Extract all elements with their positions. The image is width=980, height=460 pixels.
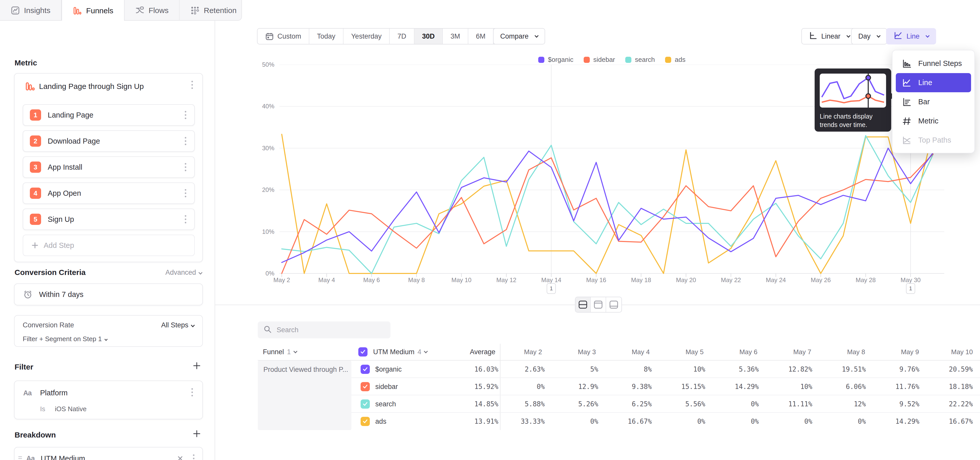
select-all-checkbox[interactable] bbox=[358, 347, 368, 356]
conversion-rate-steps-dropdown[interactable]: All Steps bbox=[161, 321, 194, 329]
average-value: 14.85% bbox=[461, 400, 498, 408]
cell-value: 14.29% bbox=[873, 418, 927, 425]
tab-insights[interactable]: Insights bbox=[0, 0, 62, 21]
range-custom[interactable]: Custom bbox=[258, 29, 309, 44]
interval-dropdown[interactable]: Day bbox=[851, 28, 887, 45]
table-search[interactable] bbox=[258, 321, 390, 339]
legend-item-search[interactable]: search bbox=[625, 56, 655, 64]
filter-value[interactable]: iOS Native bbox=[55, 405, 86, 413]
funnel-step-4[interactable]: 4App Open bbox=[23, 182, 195, 204]
range-label: Custom bbox=[277, 32, 301, 40]
series-checkbox[interactable] bbox=[361, 365, 370, 374]
add-filter-button[interactable] bbox=[192, 361, 201, 371]
range-label: Yesterday bbox=[351, 32, 382, 40]
series-checkbox[interactable] bbox=[361, 382, 370, 391]
filter-segment-dropdown[interactable]: Filter + Segment on Step 1 bbox=[23, 335, 107, 343]
funnel-menu-button[interactable] bbox=[187, 79, 197, 91]
breakdown-table: Funnel 1 UTM Medium 4 Average May 2May 3… bbox=[258, 344, 980, 431]
filter-card: Aa Platform Is iOS Native bbox=[14, 380, 203, 419]
advanced-dropdown[interactable]: Advanced bbox=[165, 268, 202, 276]
table-row-organic: $organic16.03%2.63%5%8%10%5.36%12.82%19.… bbox=[258, 361, 980, 378]
y-tick-label: 50% bbox=[251, 61, 274, 68]
layout-table-only-button[interactable] bbox=[606, 297, 621, 312]
chart-type-dropdown[interactable]: Line bbox=[886, 28, 936, 45]
x-tick-label: May 24 bbox=[760, 276, 791, 284]
step-menu-button[interactable] bbox=[180, 214, 191, 225]
range-30d[interactable]: 30D bbox=[414, 29, 443, 44]
legend-item-sidebar[interactable]: sidebar bbox=[584, 56, 615, 64]
conversion-rate-label: Conversion Rate bbox=[23, 321, 74, 329]
step-menu-button[interactable] bbox=[180, 109, 191, 121]
scale-dropdown[interactable]: Linear bbox=[801, 28, 857, 45]
breakdown-menu-button[interactable] bbox=[189, 453, 199, 460]
cell-value: 10% bbox=[659, 366, 713, 373]
funnel-step-2[interactable]: 2Download Page bbox=[23, 130, 195, 152]
menu-item-funnel-steps[interactable]: Funnel Steps bbox=[896, 54, 971, 73]
menu-item-line[interactable]: Line bbox=[896, 73, 971, 92]
breakdown-property[interactable]: UTM Medium bbox=[41, 454, 177, 460]
filter-operator[interactable]: Is bbox=[40, 405, 45, 413]
filter-menu-button[interactable] bbox=[187, 387, 197, 398]
cell-value: 8% bbox=[605, 366, 659, 373]
compare-button[interactable]: Compare bbox=[493, 28, 545, 45]
x-tick-label: May 16 bbox=[581, 276, 611, 284]
range-7d[interactable]: 7D bbox=[390, 29, 414, 44]
cell-value: 11.11% bbox=[766, 400, 819, 408]
cell-value: 16.67% bbox=[605, 418, 659, 425]
layout-chart-only-button[interactable] bbox=[591, 297, 606, 312]
filter-property[interactable]: Platform bbox=[40, 389, 68, 397]
add-breakdown-button[interactable] bbox=[192, 429, 201, 439]
legend-item-ads[interactable]: ads bbox=[665, 56, 686, 64]
cell-value: 0% bbox=[498, 383, 552, 390]
range-label: 30D bbox=[422, 32, 435, 40]
tab-retention[interactable]: Retention bbox=[180, 0, 247, 21]
menu-item-metric[interactable]: Metric bbox=[896, 112, 971, 131]
filter-heading: Filter bbox=[14, 363, 33, 371]
conversion-window-card[interactable]: Within 7 days bbox=[14, 283, 203, 305]
range-today[interactable]: Today bbox=[309, 29, 344, 44]
cell-value: 6.25% bbox=[605, 400, 659, 408]
series-checkbox[interactable] bbox=[361, 399, 370, 409]
add-step-label: Add Step bbox=[44, 241, 194, 250]
range-6m[interactable]: 6M bbox=[468, 29, 494, 44]
step-label: App Install bbox=[48, 163, 180, 171]
cell-value: 12.82% bbox=[766, 366, 819, 373]
step-menu-button[interactable] bbox=[180, 161, 191, 173]
range-yesterday[interactable]: Yesterday bbox=[344, 29, 390, 44]
chevron-down-icon bbox=[293, 349, 298, 353]
tab-label: Retention bbox=[204, 6, 236, 15]
legend-swatch bbox=[584, 57, 590, 63]
series-name: $organic bbox=[375, 366, 402, 373]
funnel-step-5[interactable]: 5Sign Up bbox=[23, 209, 195, 230]
layout-split-view-button[interactable] bbox=[576, 297, 591, 312]
table-body: $organic16.03%2.63%5%8%10%5.36%12.82%19.… bbox=[258, 361, 980, 430]
chart-legend: $organicsidebarsearchads bbox=[280, 56, 944, 64]
series-checkbox[interactable] bbox=[361, 417, 370, 426]
funnel-column-header[interactable]: Funnel 1 bbox=[258, 348, 350, 356]
step-menu-button[interactable] bbox=[180, 188, 191, 199]
range-3m[interactable]: 3M bbox=[443, 29, 468, 44]
average-value: 16.03% bbox=[461, 366, 498, 373]
drag-handle-icon[interactable] bbox=[18, 455, 23, 460]
annotation-badge[interactable]: 1 bbox=[906, 283, 915, 294]
legend-item-organic[interactable]: $organic bbox=[538, 56, 573, 64]
chevron-down-icon bbox=[191, 323, 195, 327]
remove-breakdown-icon[interactable] bbox=[177, 455, 184, 460]
chevron-down-icon bbox=[424, 349, 428, 353]
annotation-badge[interactable]: 1 bbox=[547, 283, 556, 294]
cell-value: 19.51% bbox=[819, 366, 873, 373]
average-value: 15.92% bbox=[461, 383, 498, 390]
layout-toggle bbox=[575, 297, 622, 313]
bar-chart-icon bbox=[902, 97, 912, 107]
cell-value: 18.18% bbox=[926, 383, 980, 390]
cell-value: 9.76% bbox=[873, 366, 927, 373]
tab-funnels[interactable]: Funnels bbox=[62, 0, 124, 21]
step-menu-button[interactable] bbox=[180, 136, 191, 147]
menu-item-bar[interactable]: Bar bbox=[896, 92, 971, 112]
search-input[interactable] bbox=[277, 326, 385, 334]
funnel-step-1[interactable]: 1Landing Page bbox=[23, 104, 195, 126]
add-step-button[interactable]: Add Step bbox=[23, 235, 195, 256]
tab-flows[interactable]: Flows bbox=[124, 0, 180, 21]
funnel-step-3[interactable]: 3App Install bbox=[23, 157, 195, 178]
breakdown-column-header[interactable]: UTM Medium 4 bbox=[350, 347, 458, 356]
